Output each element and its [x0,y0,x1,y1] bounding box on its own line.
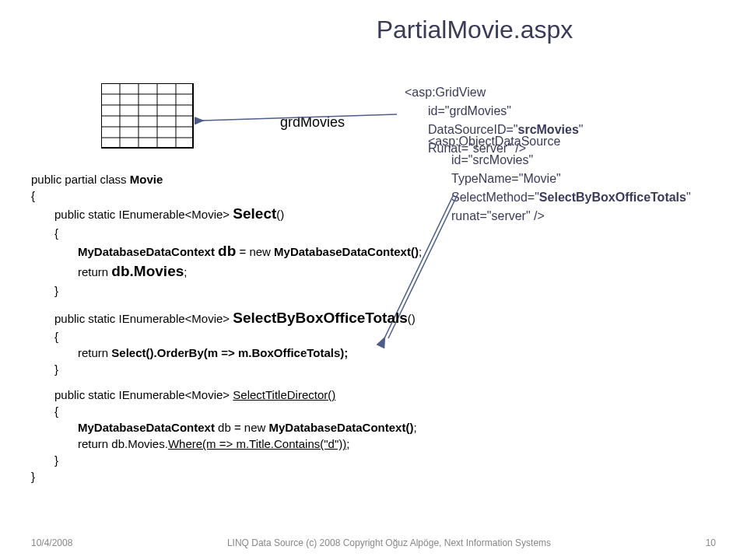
footer-page: 10 [706,537,716,548]
slide-title: PartialMovie.aspx [233,16,716,44]
slide-footer: 10/4/2008 LINQ Data Source (c) 2008 Copy… [31,537,716,548]
grid-icon [101,83,195,149]
objectdatasource-code: <asp:ObjectDataSource id="srcMovies" Typ… [428,132,691,226]
footer-date: 10/4/2008 [31,537,72,548]
csharp-code: public partial class Movie { public stat… [31,171,422,485]
grid-label: grdMovies [280,114,345,131]
footer-copyright: LINQ Data Source (c) 2008 Copyright Oğuz… [227,537,551,548]
